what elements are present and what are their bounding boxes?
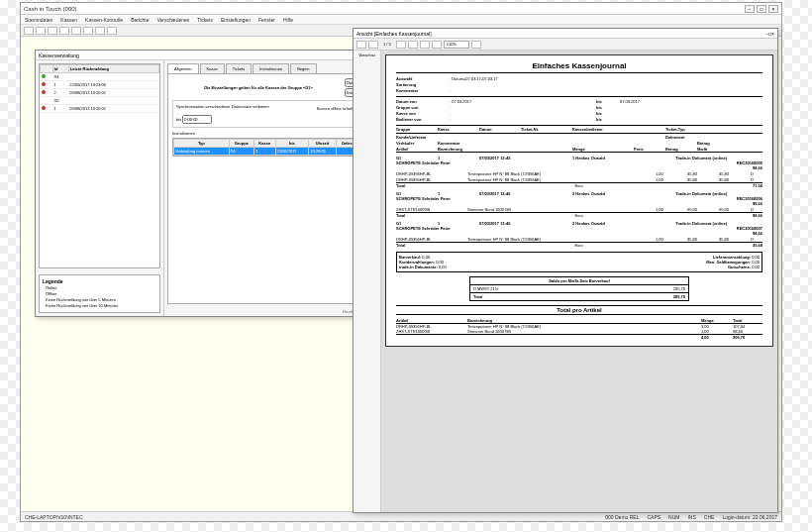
report-viewer: Ansicht [Einfaches Kassenjournal] −□× 1 … (353, 28, 778, 513)
menu-item[interactable]: Einstellungen (221, 17, 251, 23)
menu-item[interactable]: Berichte (131, 17, 149, 23)
main-title-bar: Cash in Touch (000) − □ × (21, 3, 781, 15)
tab-allgemein[interactable]: Allgemein (167, 63, 199, 73)
main-title: Cash in Touch (000) (24, 6, 77, 12)
viewer-sidebar[interactable]: Vorschau (354, 51, 381, 512)
menu-item[interactable]: Tickets (197, 17, 213, 23)
status-item: 000 Demo REL (605, 514, 639, 520)
report-page: Einfaches Kassenjournal Auswahl: Datum=0… (385, 54, 773, 347)
document-area[interactable]: Einfaches Kassenjournal Auswahl: Datum=0… (381, 51, 777, 512)
legend: Legende Online Offline Keine Rückmeldung… (39, 274, 160, 313)
bis-time[interactable] (182, 115, 212, 124)
menu-item[interactable]: Verschiedenes (156, 17, 189, 23)
menu-item[interactable]: Stammdaten (25, 17, 52, 23)
page-indicator: 1 / 5 (383, 42, 391, 47)
first-page-button[interactable] (356, 41, 366, 49)
mwst-box: Saldo pro MwSt-Satz Barverkauf D MWST 21… (469, 276, 689, 301)
print-button[interactable] (420, 41, 430, 49)
tab-tickets[interactable]: Tickets (226, 63, 253, 73)
maximize-button[interactable]: □ (757, 5, 766, 13)
panel-heading: Die Einstellungen gelten für alle Kassen… (172, 85, 345, 90)
status-dot (42, 74, 46, 78)
tab-kasse[interactable]: Kasse (200, 63, 225, 73)
viewer-toolbar: 1 / 5 (354, 39, 777, 51)
status-item: NUM (668, 514, 679, 520)
export-button[interactable] (432, 41, 442, 49)
status-item: Login-datum: 22.06.2017 (722, 514, 777, 520)
close-icon[interactable]: × (771, 31, 774, 37)
status-item: INS (687, 514, 695, 520)
toolbar-button[interactable] (59, 27, 69, 35)
toolbar-button[interactable] (24, 27, 34, 35)
menu-bar: Stammdaten Kassen Kassen-Kontrolle Beric… (21, 15, 781, 25)
toolbar-button[interactable] (71, 27, 81, 35)
dialog-title: Kassenverwaltung (39, 53, 79, 58)
toolbar-button[interactable] (83, 27, 93, 35)
totals-box: Barverkauf: 0,00Lieferantenzahlung: 0,00… (396, 252, 762, 272)
tab-instruktionen[interactable]: Instruktionen (253, 63, 289, 73)
viewer-title-bar: Ansicht [Einfaches Kassenjournal] −□× (354, 29, 777, 39)
next-page-button[interactable] (396, 41, 406, 49)
status-item: CAPS (647, 514, 660, 520)
kassen-list[interactable]: IdLetzte Rückmeldung G1 122/06/2017 13:2… (39, 63, 160, 268)
menu-item[interactable]: Hilfe (283, 17, 293, 23)
prev-page-button[interactable] (368, 41, 378, 49)
viewer-title: Ansicht [Einfaches Kassenjournal] (356, 31, 432, 37)
zoom-select[interactable] (444, 41, 469, 49)
close-button[interactable]: × (768, 5, 778, 13)
list-row[interactable]: G1 (41, 73, 159, 81)
minimize-button[interactable]: − (745, 5, 755, 13)
status-dot (42, 90, 46, 94)
toolbar-button[interactable] (36, 27, 46, 35)
tab-beginn[interactable]: Beginn (290, 63, 316, 73)
status-item: CHE (704, 514, 715, 520)
report-title: Einfaches Kassenjournal (396, 61, 762, 73)
status-dot (42, 106, 46, 110)
menu-item[interactable]: Kassen-Kontrolle (85, 17, 123, 23)
toolbar-button[interactable] (48, 27, 57, 35)
menu-item[interactable]: Kassen (60, 17, 77, 23)
list-row[interactable]: G2 (41, 97, 159, 105)
status-left: CHE-LAPTOP\V10\INTEC (25, 514, 83, 520)
section-heading: Total pro Artikel (396, 305, 762, 315)
last-page-button[interactable] (408, 41, 418, 49)
kassen-dialog: Kassenverwaltung × IdLetzte Rückmeldung … (35, 50, 406, 317)
toolbar-button[interactable] (107, 27, 117, 35)
status-dot (42, 82, 46, 86)
menu-item[interactable]: Fenster (258, 17, 275, 23)
list-row[interactable]: 209/08/2012 10:26:01 (41, 89, 159, 97)
zoom-button[interactable] (471, 41, 481, 49)
list-row[interactable]: 109/08/2012 10:26:01 (41, 105, 159, 113)
dialog-title-bar: Kassenverwaltung × (36, 51, 405, 60)
list-row[interactable]: 122/06/2017 13:23:06 (41, 81, 159, 89)
toolbar-button[interactable] (95, 27, 105, 35)
